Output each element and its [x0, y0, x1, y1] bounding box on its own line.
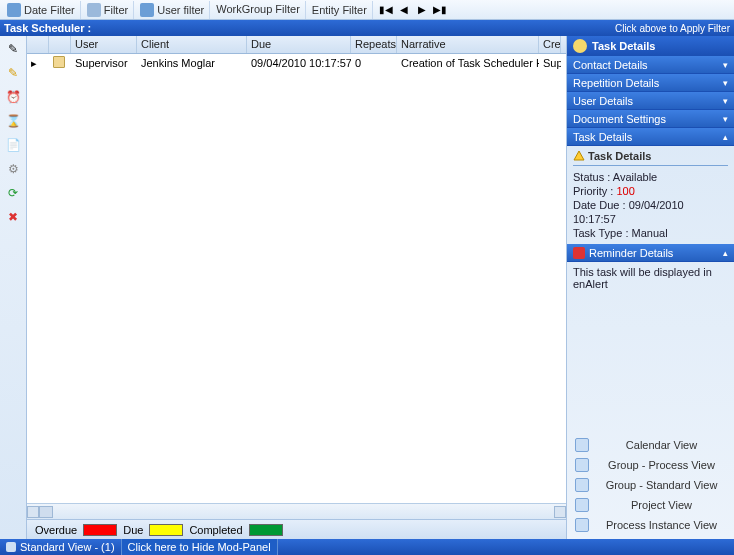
- tool-bell-icon[interactable]: ⏰: [4, 88, 22, 106]
- filter-label: Filter: [104, 4, 128, 16]
- view-calendar[interactable]: Calendar View: [571, 435, 730, 455]
- priority-label: Priority :: [573, 185, 613, 197]
- view-process-instance[interactable]: Process Instance View: [571, 515, 730, 535]
- col-created[interactable]: Cre: [539, 36, 561, 53]
- view-project[interactable]: Project View: [571, 495, 730, 515]
- task-details-content: Task Details Status : Available Priority…: [567, 146, 734, 244]
- header-bar: Task Scheduler : Click above to Apply Fi…: [0, 20, 734, 36]
- accordion-contact[interactable]: Contact Details▾: [567, 56, 734, 74]
- cell-client: Jenkins Moglar: [137, 56, 247, 70]
- nav-next-icon[interactable]: ▶: [414, 2, 430, 18]
- view-group-process-label: Group - Process View: [597, 459, 726, 471]
- status-value: Available: [613, 171, 657, 183]
- status-bar: Standard View - (1) Click here to Hide M…: [0, 539, 734, 555]
- record-nav: ▮◀ ◀ ▶ ▶▮: [378, 2, 448, 18]
- scroll-left-icon[interactable]: [27, 506, 39, 518]
- chevron-down-icon: ▾: [723, 60, 728, 70]
- top-toolbar: Date Filter Filter User filter WorkGroup…: [0, 0, 734, 20]
- col-user[interactable]: User: [71, 36, 137, 53]
- status-mod-panel[interactable]: Click here to Hide Mod-Panel: [122, 539, 278, 555]
- legend-completed-label: Completed: [189, 524, 242, 536]
- cell-user: Supervisor: [71, 56, 137, 70]
- left-toolbar: ✎ ✎ ⏰ ⌛ 📄 ⚙ ⟳ ✖: [0, 36, 27, 539]
- accordion-contact-label: Contact Details: [573, 59, 648, 71]
- status-view[interactable]: Standard View - (1): [0, 539, 122, 555]
- col-client[interactable]: Client: [137, 36, 247, 53]
- row-type-icon: [49, 55, 71, 71]
- warning-icon: [573, 150, 585, 162]
- apply-filter-hint[interactable]: Click above to Apply Filter: [615, 23, 730, 34]
- legend-due-label: Due: [123, 524, 143, 536]
- accordion-user-label: User Details: [573, 95, 633, 107]
- reminder-alert-icon: [573, 247, 585, 259]
- accordion-repetition[interactable]: Repetition Details▾: [567, 74, 734, 92]
- task-details-heading: Task Details: [588, 150, 651, 162]
- col-indicator[interactable]: [27, 36, 49, 53]
- header-title: Task Scheduler :: [4, 22, 91, 34]
- view-process-instance-label: Process Instance View: [597, 519, 726, 531]
- user-filter-button[interactable]: User filter: [135, 1, 210, 19]
- tool-hourglass-icon[interactable]: ⌛: [4, 112, 22, 130]
- details-panel: Task Details Contact Details▾ Repetition…: [567, 36, 734, 539]
- tool-note-icon[interactable]: 📄: [4, 136, 22, 154]
- horizontal-scrollbar[interactable]: [27, 503, 566, 519]
- accordion-reminder[interactable]: Reminder Details▴: [567, 244, 734, 262]
- nav-first-icon[interactable]: ▮◀: [378, 2, 394, 18]
- col-icon[interactable]: [49, 36, 71, 53]
- tool-cancel-icon[interactable]: ✖: [4, 208, 22, 226]
- scroll-right-icon[interactable]: [554, 506, 566, 518]
- view-calendar-label: Calendar View: [597, 439, 726, 451]
- details-title-icon: [573, 39, 587, 53]
- reminder-text: This task will be displayed in enAlert: [573, 266, 712, 290]
- col-due[interactable]: Due: [247, 36, 351, 53]
- accordion-user[interactable]: User Details▾: [567, 92, 734, 110]
- chevron-down-icon: ▾: [723, 114, 728, 124]
- accordion-document-label: Document Settings: [573, 113, 666, 125]
- accordion-task-label: Task Details: [573, 131, 632, 143]
- accordion-task[interactable]: Task Details▴: [567, 128, 734, 146]
- tool-wand-icon[interactable]: ✎: [4, 40, 22, 58]
- cell-repeats: 0: [351, 56, 397, 70]
- legend-due-swatch: [149, 524, 183, 536]
- nav-last-icon[interactable]: ▶▮: [432, 2, 448, 18]
- chevron-up-icon: ▴: [723, 132, 728, 142]
- view-switcher: Calendar View Group - Process View Group…: [567, 429, 734, 539]
- cell-narrative: Creation of Task Scheduler Help Files: [397, 56, 539, 70]
- accordion-document[interactable]: Document Settings▾: [567, 110, 734, 128]
- table-row[interactable]: ▸ Supervisor Jenkins Moglar 09/04/2010 1…: [27, 54, 566, 72]
- row-selector[interactable]: ▸: [27, 56, 49, 71]
- nav-prev-icon[interactable]: ◀: [396, 2, 412, 18]
- date-filter-label: Date Filter: [24, 4, 75, 16]
- status-view-label: Standard View - (1): [20, 541, 115, 553]
- date-filter-button[interactable]: Date Filter: [2, 1, 81, 19]
- filter-icon: [87, 3, 101, 17]
- view-project-label: Project View: [597, 499, 726, 511]
- status-view-icon: [6, 542, 16, 552]
- date-filter-icon: [7, 3, 21, 17]
- col-repeats[interactable]: Repeats: [351, 36, 397, 53]
- task-icon: [53, 56, 65, 68]
- grid-body[interactable]: ▸ Supervisor Jenkins Moglar 09/04/2010 1…: [27, 54, 566, 503]
- view-group-process[interactable]: Group - Process View: [571, 455, 730, 475]
- view-group-standard[interactable]: Group - Standard View: [571, 475, 730, 495]
- legend-overdue-swatch: [83, 524, 117, 536]
- workgroup-filter-button[interactable]: WorkGroup Filter: [211, 1, 306, 19]
- entity-filter-label: Entity Filter: [312, 4, 367, 16]
- col-narrative[interactable]: Narrative: [397, 36, 539, 53]
- priority-value: 100: [616, 185, 634, 197]
- project-icon: [575, 498, 589, 512]
- chevron-down-icon: ▾: [723, 78, 728, 88]
- accordion-reminder-label: Reminder Details: [589, 247, 673, 259]
- tool-refresh-icon[interactable]: ⟳: [4, 184, 22, 202]
- scroll-thumb[interactable]: [39, 506, 53, 518]
- group-process-icon: [575, 458, 589, 472]
- task-type-label: Task Type :: [573, 227, 628, 239]
- task-type-value: Manual: [632, 227, 668, 239]
- legend-bar: Overdue Due Completed: [27, 519, 566, 539]
- reminder-content: This task will be displayed in enAlert: [567, 262, 734, 294]
- tool-brush-icon[interactable]: ✎: [4, 64, 22, 82]
- tool-prefs-icon[interactable]: ⚙: [4, 160, 22, 178]
- entity-filter-button[interactable]: Entity Filter: [307, 1, 373, 19]
- filter-button[interactable]: Filter: [82, 1, 134, 19]
- grid-header: User Client Due Repeats Narrative Cre: [27, 36, 566, 54]
